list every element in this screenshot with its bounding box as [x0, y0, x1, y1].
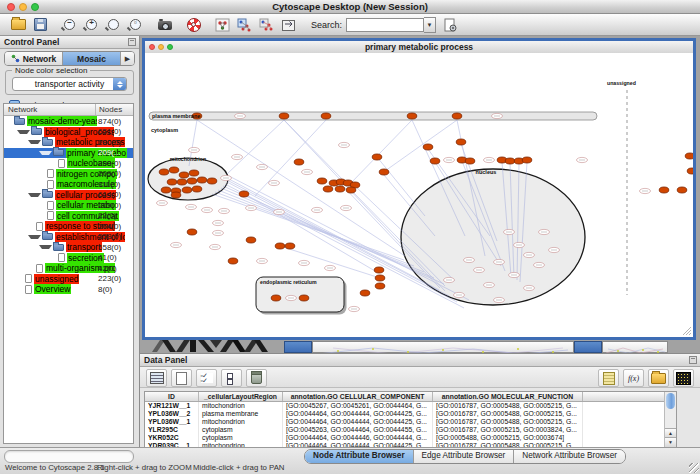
tree-row-biological-process[interactable]: biological_process651(0): [4, 127, 133, 138]
table-scrollbar[interactable]: ▲ ▼: [664, 392, 676, 447]
network-node[interactable]: [465, 158, 475, 164]
node-label-pill[interactable]: [492, 113, 503, 118]
tree-row-cellular-metabo[interactable]: cellular metabo209(0): [4, 200, 133, 211]
tree-row-nitrogen-compo[interactable]: nitrogen compo209(0): [4, 169, 133, 180]
table-cell[interactable]: mitochondrion: [199, 418, 283, 426]
node-label-pill[interactable]: [444, 157, 455, 162]
node-label-pill[interactable]: [349, 306, 360, 311]
table-cell[interactable]: mitochondrion: [199, 402, 283, 410]
tab-mosaic[interactable]: Mosaic: [63, 52, 121, 65]
node-label-pill[interactable]: [640, 188, 651, 193]
background-window-titlebar-2[interactable]: [574, 341, 602, 353]
window-controls[interactable]: [7, 3, 39, 11]
open-file-button[interactable]: [10, 17, 27, 33]
table-cell[interactable]: [GO:0044464, GO:0044446, GO:0044444, G..…: [283, 434, 433, 442]
network-node[interactable]: [346, 187, 356, 193]
delete-attribute-button[interactable]: [246, 369, 267, 387]
tree-row-nucleobase[interactable]: nucleobase-209(0): [4, 158, 133, 169]
network-node[interactable]: [192, 186, 202, 192]
network-node[interactable]: [182, 187, 192, 193]
zoom-in-button[interactable]: +: [83, 17, 100, 33]
tree-row-cell-communicat[interactable]: cell communicat22(0): [4, 211, 133, 222]
snapshot-button[interactable]: [156, 17, 173, 33]
network-node[interactable]: [161, 187, 171, 193]
network-node[interactable]: [239, 191, 249, 197]
network-node[interactable]: [159, 169, 169, 175]
node-label-pill[interactable]: [504, 229, 515, 234]
background-window-titlebar[interactable]: [284, 341, 312, 353]
frame-minimize-button[interactable]: [158, 44, 164, 50]
node-label-pill[interactable]: [286, 295, 297, 300]
expand-arrow-icon[interactable]: [28, 193, 41, 197]
table-row-ylr295c[interactable]: YLR295Ccytoplasm[GO:0045263, GO:0044464,…: [145, 426, 676, 434]
node-label-pill[interactable]: [514, 242, 525, 247]
table-cell[interactable]: YPL036W__1: [145, 418, 199, 426]
network-node[interactable]: [375, 283, 385, 289]
node-label-pill[interactable]: [213, 230, 224, 235]
node-label-pill[interactable]: [171, 242, 182, 247]
network-node[interactable]: [321, 113, 331, 119]
network-node[interactable]: [659, 187, 669, 193]
tree-row-multi-organism-pro[interactable]: multi-organism pro42(0): [4, 263, 133, 274]
network-node[interactable]: [279, 113, 289, 119]
node-label-pill[interactable]: [339, 142, 350, 147]
network-node[interactable]: [505, 158, 515, 164]
tree-row-macromolecule[interactable]: macromolecule311(0): [4, 179, 133, 190]
tree-row-mosaic-demo-yeast[interactable]: mosaic-demo-yeast874(0): [4, 116, 133, 127]
node-label-pill[interactable]: [444, 277, 455, 282]
node-label-pill[interactable]: [484, 157, 495, 162]
node-label-pill[interactable]: [189, 147, 200, 152]
network-node[interactable]: [522, 157, 532, 163]
network-window-controls[interactable]: [149, 44, 173, 50]
node-label-pill[interactable]: [269, 180, 280, 185]
table-cell[interactable]: [GO:0016787, GO:0005488, GO:0005215, G..…: [433, 402, 583, 410]
network-node[interactable]: [375, 275, 385, 281]
table-cell[interactable]: [GO:0016787, GO:0005488, GO:0005215, G..…: [433, 410, 583, 418]
expand-arrow-icon[interactable]: [28, 140, 41, 144]
node-label-pill[interactable]: [509, 272, 520, 277]
attribute-table-header[interactable]: ID_cellularLayoutRegionannotation.GO CEL…: [145, 392, 676, 402]
node-label-pill[interactable]: [524, 285, 535, 290]
node-label-pill[interactable]: [274, 209, 285, 214]
tree-row-cellular-process[interactable]: cellular process614(0): [4, 190, 133, 201]
network-node[interactable]: [687, 168, 693, 174]
node-label-pill[interactable]: [210, 244, 221, 249]
network-node[interactable]: [379, 169, 389, 175]
network-node[interactable]: [177, 179, 187, 185]
tree-header[interactable]: Network Nodes: [4, 104, 133, 116]
scrollbar-thumb[interactable]: [666, 393, 675, 409]
import-network-button[interactable]: [280, 17, 297, 33]
node-label-pill[interactable]: [484, 282, 495, 287]
color-attribute-dropdown[interactable]: transporter activity: [12, 77, 127, 91]
network-node[interactable]: [317, 178, 327, 184]
network-node[interactable]: [677, 187, 687, 193]
tree-row-primary-metabo[interactable]: primary metabo209(...: [4, 148, 133, 159]
node-label-pill[interactable]: [494, 297, 505, 302]
node-label-pill[interactable]: [312, 207, 323, 212]
region-plasma-membrane[interactable]: [149, 112, 597, 120]
node-label-pill[interactable]: [186, 204, 197, 209]
network-node[interactable]: [179, 172, 189, 178]
network-node[interactable]: [228, 258, 238, 264]
table-row-ykr052c[interactable]: YKR052Ccytoplasm[GO:0044464, GO:0044446,…: [145, 434, 676, 442]
background-window-strip[interactable]: [312, 341, 574, 353]
tree-row-secretion[interactable]: secretion41(0): [4, 253, 133, 264]
network-node[interactable]: [452, 113, 462, 119]
network-node[interactable]: [285, 243, 295, 249]
network-node[interactable]: [294, 159, 304, 165]
network-view-window[interactable]: primary metabolic process plasma membran…: [142, 38, 696, 340]
frame-close-button[interactable]: [149, 44, 155, 50]
network-node[interactable]: [189, 170, 199, 176]
expand-arrow-icon[interactable]: [28, 235, 41, 239]
table-cell[interactable]: [GO:0044464, GO:0044444, GO:0044425, G..…: [283, 418, 433, 426]
column-header-id[interactable]: ID: [145, 392, 199, 401]
close-button[interactable]: [7, 3, 15, 11]
function-builder-button[interactable]: f(x): [623, 369, 644, 387]
expand-arrow-icon[interactable]: [39, 245, 52, 249]
table-cell[interactable]: [GO:0005488, GO:0005215, GO:0003674]: [433, 434, 583, 442]
node-label-pill[interactable]: [464, 257, 475, 262]
network-node[interactable]: [685, 153, 693, 159]
table-row-ypl036w-2[interactable]: YPL036W__2plasma membrane[GO:0044464, GO…: [145, 410, 676, 418]
network-node[interactable]: [372, 154, 382, 160]
tree-row-overview[interactable]: Overview8(0): [4, 284, 133, 295]
